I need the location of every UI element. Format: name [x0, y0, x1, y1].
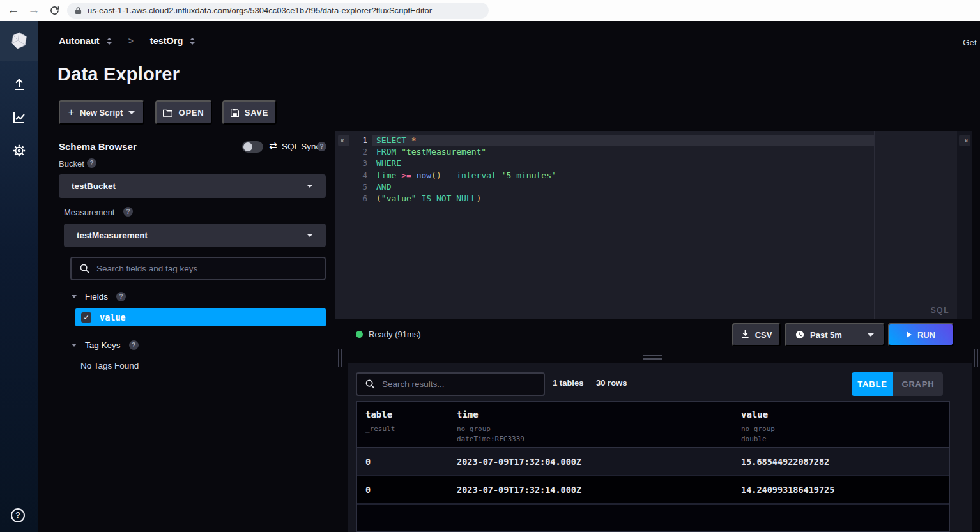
tag-keys-collapse-icon[interactable]: [72, 344, 77, 347]
no-tags-message: No Tags Found: [80, 361, 139, 370]
caret-down-icon: [307, 234, 313, 237]
collapse-right-icon[interactable]: ⇥: [959, 135, 970, 146]
title-divider: [57, 91, 980, 91]
data-explorer-graph-icon[interactable]: [11, 110, 27, 125]
sql-editor[interactable]: ⇤ 123456 SELECT *FROM "testMeasurement"W…: [335, 131, 972, 319]
suborg-switcher-icon[interactable]: [190, 38, 195, 45]
breadcrumb-suborg[interactable]: testOrg: [150, 36, 183, 46]
search-icon: [80, 264, 89, 273]
bucket-label: Bucket: [59, 159, 84, 169]
plus-icon: +: [68, 107, 74, 118]
minimap-divider: [874, 131, 875, 319]
page-title: Data Explorer: [57, 64, 180, 85]
editor-code-lines[interactable]: SELECT *FROM "testMeasurement"WHEREtime …: [376, 135, 556, 204]
clock-icon: [795, 330, 804, 339]
table-row: 02023-07-09T17:32:14.000Z14.240993186419…: [357, 476, 949, 505]
csv-label: CSV: [755, 330, 772, 340]
influxdb-logo-icon[interactable]: [0, 21, 38, 61]
status-text: Ready (91ms): [369, 330, 421, 339]
tab-graph[interactable]: GRAPH: [893, 372, 943, 396]
measurement-value: testMeasurement: [77, 231, 148, 240]
bucket-dropdown[interactable]: testBucket: [59, 174, 326, 198]
results-search: [356, 372, 545, 396]
search-icon: [365, 379, 375, 389]
fields-section-header: Fields ?: [72, 292, 126, 301]
fields-collapse-icon[interactable]: [72, 295, 77, 298]
run-label: RUN: [917, 330, 935, 340]
upload-icon[interactable]: [11, 77, 27, 92]
rows-count: 30 rows: [596, 378, 627, 388]
schema-browser-title: Schema Browser: [59, 141, 137, 152]
sql-sync-icon: ⇄: [269, 140, 277, 151]
table-cell: 2023-07-09T17:32:14.000Z: [457, 485, 741, 495]
time-range-dropdown[interactable]: Past 5m: [785, 323, 885, 346]
tab-table[interactable]: TABLE: [852, 372, 893, 396]
table-cell: 14.240993186419725: [741, 485, 949, 495]
tree-guide-line: [59, 287, 59, 375]
horizontal-resize-handle[interactable]: [643, 355, 662, 360]
fields-list: ✓value: [75, 308, 326, 326]
caret-down-icon: [868, 333, 874, 337]
time-range-label: Past 5m: [810, 330, 842, 340]
field-checkbox[interactable]: ✓: [81, 312, 91, 323]
field-label: value: [100, 312, 126, 323]
play-icon: [907, 331, 912, 338]
fields-label: Fields: [85, 292, 108, 301]
language-badge: SQL: [931, 306, 949, 315]
editor-right-strip: ⇥: [957, 131, 972, 319]
new-script-button[interactable]: + New Script: [59, 100, 144, 125]
new-script-label: New Script: [80, 108, 123, 118]
tag-keys-help-icon[interactable]: ?: [129, 340, 139, 350]
table-cell: 2023-07-09T17:32:04.000Z: [457, 457, 741, 467]
tag-keys-label: Tag Keys: [85, 340, 121, 350]
column-header: table_result: [365, 409, 457, 447]
results-search-input[interactable]: [382, 379, 535, 389]
tree-guide-line: [54, 203, 54, 376]
open-button[interactable]: OPEN: [155, 100, 212, 125]
table-cell: 15.68544922087282: [741, 457, 949, 467]
browser-reload-icon[interactable]: [46, 1, 63, 19]
field-item[interactable]: ✓value: [75, 308, 326, 326]
tag-keys-section-header: Tag Keys ?: [72, 340, 139, 350]
right-resize-handle[interactable]: [974, 349, 978, 367]
sql-sync-help-icon[interactable]: ?: [317, 142, 326, 151]
save-floppy-icon: [231, 109, 239, 117]
sql-sync-label: SQL Sync: [282, 142, 320, 151]
bucket-help-icon[interactable]: ?: [87, 158, 96, 168]
schema-search: [70, 257, 326, 280]
measurement-label: Measurement: [64, 208, 114, 217]
folder-open-icon: [163, 109, 172, 117]
url-text: us-east-1-1.aws.cloud2.influxdata.com/or…: [88, 6, 432, 15]
editor-line-numbers: 123456: [335, 135, 367, 204]
browser-back-icon[interactable]: ←: [5, 1, 22, 19]
fields-help-icon[interactable]: ?: [116, 292, 126, 301]
browser-forward-icon[interactable]: →: [26, 1, 42, 19]
table-cell: 0: [365, 485, 457, 495]
editor-minimap[interactable]: [880, 136, 953, 150]
bucket-value: testBucket: [72, 181, 116, 191]
status-ready-dot: [356, 331, 363, 338]
csv-download-button[interactable]: CSV: [732, 323, 781, 346]
save-label: SAVE: [245, 108, 269, 118]
measurement-dropdown[interactable]: testMeasurement: [64, 224, 326, 247]
table-row: 02023-07-09T17:32:04.000Z15.685449220872…: [357, 448, 949, 476]
sql-sync-toggle[interactable]: [242, 141, 263, 153]
left-resize-handle[interactable]: [338, 349, 342, 367]
org-switcher-icon[interactable]: [107, 38, 112, 45]
measurement-help-icon[interactable]: ?: [123, 207, 133, 217]
browser-url-bar[interactable]: us-east-1-1.aws.cloud2.influxdata.com/or…: [67, 3, 489, 19]
settings-gear-icon[interactable]: [11, 143, 27, 158]
lock-icon: [75, 6, 82, 15]
open-label: OPEN: [178, 108, 204, 118]
schema-search-input[interactable]: [96, 264, 316, 273]
save-button[interactable]: SAVE: [222, 100, 277, 125]
left-navigation: ?: [0, 21, 38, 532]
breadcrumb-org[interactable]: Autonaut: [59, 36, 100, 46]
results-table-head: table_resulttimeno groupdateTime:RFC3339…: [357, 402, 949, 448]
get-cta-link[interactable]: Get: [963, 38, 977, 47]
tables-count: 1 tables: [553, 378, 583, 388]
help-icon[interactable]: ?: [11, 508, 25, 522]
download-icon: [741, 330, 749, 339]
run-button[interactable]: RUN: [888, 323, 954, 346]
caret-down-icon: [128, 111, 135, 114]
